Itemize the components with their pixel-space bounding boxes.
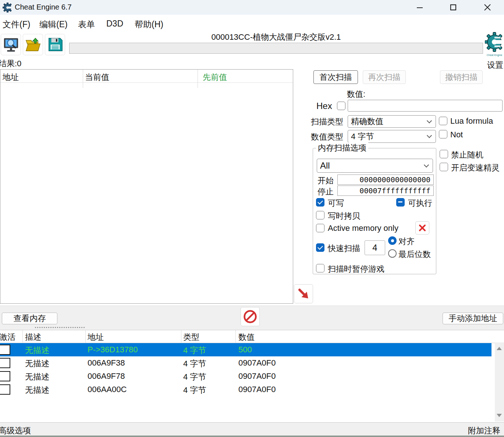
row-address: 006AA00C (88, 385, 127, 394)
bottom-edge-strip (0, 436, 504, 437)
scan-type-select[interactable]: 精确数值 (348, 115, 436, 128)
maximize-button[interactable] (445, 0, 462, 15)
copy-on-write-checkbox[interactable] (316, 211, 324, 219)
executable-checkbox[interactable] (396, 198, 405, 207)
lua-formula-checkbox[interactable] (439, 117, 447, 125)
column-divider (181, 330, 181, 343)
open-table-button[interactable] (23, 34, 43, 55)
row-address: 006A9F38 (88, 358, 125, 368)
col-active[interactable]: 激活 (0, 332, 15, 343)
attached-process-title: 000013CC-植物大战僵尸杂交版v2.1 (69, 32, 483, 43)
save-table-button[interactable] (45, 34, 65, 55)
memory-region-value: All (320, 161, 330, 171)
row-type: 4 字节 (183, 385, 206, 396)
menu-d3d[interactable]: D3D (105, 18, 125, 29)
results-col-current[interactable]: 当前值 (85, 72, 109, 83)
cheat-engine-logo-icon (485, 31, 504, 53)
settings-link[interactable]: 设置 (487, 60, 503, 71)
last-digits-radio[interactable] (388, 249, 397, 258)
close-button[interactable] (479, 0, 496, 15)
row-address: 006A9F78 (88, 371, 125, 381)
speedhack-checkbox[interactable] (440, 163, 448, 171)
active-memory-checkbox[interactable] (316, 224, 324, 232)
col-address[interactable]: 地址 (88, 332, 104, 343)
address-row[interactable]: 无描述 006A9F38 4 字节 0907A0F0 (0, 356, 491, 370)
menu-help[interactable]: 帮助(H) (133, 18, 165, 31)
view-memory-button[interactable]: 查看内存 (2, 313, 57, 324)
fast-scan-alignment-input[interactable] (365, 240, 385, 255)
scan-results-list[interactable]: 地址 当前值 先前值 (0, 69, 293, 304)
close-icon (483, 3, 492, 12)
menu-edit[interactable]: 编辑(E) (38, 18, 69, 31)
minimize-button[interactable] (411, 0, 428, 15)
memory-region-select[interactable]: All (317, 159, 433, 173)
chevron-down-icon (424, 162, 429, 167)
row-description: 无描述 (25, 345, 49, 356)
menu-file[interactable]: 文件(F) (1, 18, 32, 31)
chevron-down-icon (427, 118, 432, 123)
first-scan-button[interactable]: 首次扫描 (313, 70, 358, 84)
align-radio[interactable] (388, 236, 397, 245)
scan-type-value: 精确数值 (351, 116, 383, 127)
address-list: 激活 描述 地址 类型 数值 无描述 P->36D13780 4 字节 500 … (0, 330, 504, 422)
row-activate-checkbox[interactable] (0, 384, 10, 395)
column-divider[interactable] (198, 70, 198, 88)
memory-scan-options-group: 内存扫描选项 All 开始 停止 可写 可执行 写时拷贝 Active memo… (313, 148, 436, 274)
cheat-engine-logo: Cheat Engine (485, 31, 504, 60)
active-memory-label: Active memory only (328, 223, 398, 233)
add-selected-addresses-button[interactable] (294, 284, 313, 303)
scroll-up-icon[interactable] (497, 347, 502, 350)
scan-type-label: 扫描类型 (311, 116, 343, 127)
results-col-address[interactable]: 地址 (3, 72, 19, 83)
row-activate-checkbox[interactable] (0, 371, 10, 381)
menu-table[interactable]: 表单 (77, 18, 96, 31)
results-header-row: 地址 当前值 先前值 (0, 70, 293, 83)
row-activate-checkbox[interactable] (0, 358, 10, 368)
no-random-checkbox[interactable] (440, 150, 448, 158)
row-description: 无描述 (25, 358, 49, 369)
advanced-options-link[interactable]: 高级选项 (0, 425, 31, 436)
pause-game-checkbox[interactable] (316, 264, 324, 272)
writable-checkbox[interactable] (316, 198, 324, 207)
address-row[interactable]: 无描述 006A9F78 4 字节 0907A0F0 (0, 370, 491, 383)
not-checkbox[interactable] (439, 130, 447, 138)
app-gear-icon (3, 3, 13, 13)
column-divider (85, 330, 86, 343)
row-type: 4 字节 (183, 371, 206, 383)
address-list-header: 激活 描述 地址 类型 数值 (0, 330, 504, 343)
scroll-down-icon[interactable] (497, 414, 502, 417)
undo-scan-button[interactable]: 撤销扫描 (440, 70, 483, 84)
copy-on-write-label: 写时拷贝 (328, 211, 360, 222)
start-address-input[interactable] (337, 175, 434, 185)
row-description: 无描述 (25, 385, 49, 396)
chevron-down-icon (427, 133, 432, 138)
select-process-button[interactable] (1, 34, 21, 55)
column-divider (22, 330, 23, 343)
col-value[interactable]: 数值 (238, 332, 255, 343)
window-title: Cheat Engine 6.7 (15, 3, 72, 11)
add-address-manually-button[interactable]: 手动添加地址 (443, 313, 503, 324)
results-col-previous[interactable]: 先前值 (203, 72, 227, 83)
col-description[interactable]: 描述 (25, 332, 41, 343)
not-label: Not (450, 130, 463, 140)
cheat-engine-window: Cheat Engine 6.7 文件(F) 编辑(E) 表单 D3D 帮助(H… (0, 0, 504, 437)
hex-checkbox[interactable] (337, 102, 345, 110)
address-list-scrollbar[interactable] (495, 342, 504, 422)
col-type[interactable]: 类型 (183, 332, 199, 343)
scan-value-input[interactable] (348, 100, 503, 112)
address-row-selected[interactable]: 无描述 P->36D13780 4 字节 500 (0, 343, 491, 356)
fast-scan-checkbox[interactable] (316, 243, 324, 252)
row-value: 0907A0F0 (238, 371, 276, 381)
value-type-select[interactable]: 4 字节 (348, 130, 436, 143)
row-activate-checkbox[interactable] (0, 345, 10, 355)
column-divider[interactable] (83, 70, 83, 88)
stop-scan-button[interactable] (241, 307, 260, 326)
address-row[interactable]: 无描述 006AA00C 4 字节 0907A0F0 (0, 383, 491, 396)
stop-address-input[interactable] (337, 186, 434, 196)
next-scan-button[interactable]: 再次扫描 (363, 70, 406, 84)
attach-comments-link[interactable]: 附加注释 (468, 425, 500, 436)
splitter-grip[interactable] (35, 327, 85, 328)
clear-active-memory-button[interactable] (415, 221, 429, 235)
menu-bar: 文件(F) 编辑(E) 表单 D3D 帮助(H) (0, 15, 504, 32)
title-bar: Cheat Engine 6.7 (0, 0, 504, 15)
